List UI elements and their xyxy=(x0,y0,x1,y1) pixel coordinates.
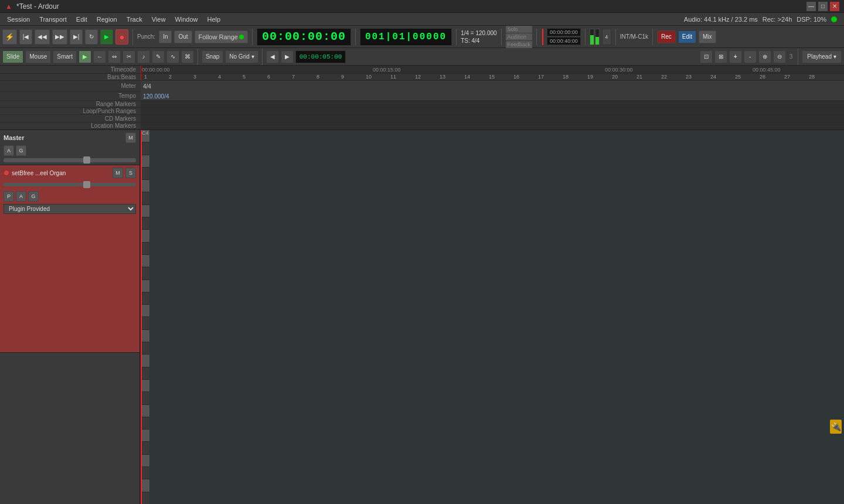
zoom-fit-selection-button[interactable]: ⊠ xyxy=(714,50,727,63)
grid-lanes[interactable] xyxy=(150,130,844,504)
master-fader-track[interactable] xyxy=(4,158,136,162)
master-fader-thumb[interactable] xyxy=(83,156,90,164)
menu-edit[interactable]: Edit xyxy=(72,15,92,24)
piano-key-12 xyxy=(141,267,149,280)
play-button[interactable]: ▶ xyxy=(100,29,113,45)
bar-22: 22 xyxy=(661,74,667,80)
track-fader-thumb[interactable] xyxy=(83,181,90,188)
monitor-feedback-label[interactable]: Feedback xyxy=(506,41,533,48)
piano-key-30 xyxy=(141,492,149,504)
bar-28: 28 xyxy=(809,74,815,80)
track-m-button[interactable]: M xyxy=(113,168,123,178)
monitor-solo-label[interactable]: Solo xyxy=(506,26,533,33)
piano-key-20 xyxy=(141,367,149,380)
draw-icon-button[interactable]: ✎ xyxy=(152,50,165,63)
punch-out-button[interactable]: Out xyxy=(174,30,192,43)
fast-forward-button[interactable]: ▶▶ xyxy=(52,29,67,45)
menu-help[interactable]: Help xyxy=(203,15,226,24)
track-g-button[interactable]: G xyxy=(28,191,39,202)
grid-button[interactable]: No Grid ▾ xyxy=(225,50,258,63)
zoom-fit-tracks-button[interactable]: ⊡ xyxy=(700,50,713,63)
edit-button[interactable]: Edit xyxy=(678,30,696,43)
zoom-collapse-button[interactable]: ⊖ xyxy=(773,50,786,63)
zoom-expand-button[interactable]: ⊕ xyxy=(758,50,771,63)
midi-panic-button[interactable]: ⚡ xyxy=(2,29,17,45)
master-m-button[interactable]: M xyxy=(125,132,136,143)
fast-forward-to-end-button[interactable]: ▶| xyxy=(70,29,83,45)
menu-region[interactable]: Region xyxy=(92,15,122,24)
track-p-button[interactable]: P xyxy=(4,191,14,202)
window-controls[interactable]: — □ ✕ xyxy=(806,2,839,11)
monitor-audition-label[interactable]: Audition xyxy=(506,33,533,40)
master-g-button[interactable]: G xyxy=(16,145,26,156)
vu-meters xyxy=(590,29,600,45)
window-title: *Test - Ardour xyxy=(16,2,59,11)
play-icon-button[interactable]: ▶ xyxy=(79,50,91,63)
bar-10: 10 xyxy=(366,74,372,80)
menu-bar-right: Audio: 44.1 kHz / 23.2 ms Rec: >24h DSP:… xyxy=(684,16,842,23)
speaker-icon-button[interactable]: ♪ xyxy=(137,50,150,63)
wave-icon-button[interactable]: ∿ xyxy=(166,50,179,63)
cut-icon-button[interactable]: ✂ xyxy=(122,50,135,63)
minimize-button[interactable]: — xyxy=(806,2,816,11)
menu-view[interactable]: View xyxy=(147,15,171,24)
rec-button[interactable]: Rec xyxy=(657,30,676,43)
int-clock-label: INT/M-C1k xyxy=(620,33,648,40)
rewind-button[interactable]: ◀◀ xyxy=(35,29,50,45)
zoom-out-button[interactable]: - xyxy=(744,50,757,63)
main-area: Timecode 00:00:00:00 00:00:15:00 00:00:3… xyxy=(0,66,844,504)
track-active-led[interactable] xyxy=(4,170,9,176)
track-header-top: setBfree ...eel Organ M S xyxy=(4,168,136,178)
loop-button[interactable]: ↻ xyxy=(85,29,98,45)
piano-key-25 xyxy=(141,430,149,442)
menu-transport[interactable]: Transport xyxy=(35,15,72,24)
c4-label: C4 xyxy=(142,130,149,136)
punch-in-button[interactable]: In xyxy=(159,30,172,43)
track-a-button[interactable]: A xyxy=(16,191,26,202)
piano-key-3 xyxy=(141,155,149,168)
smart-button[interactable]: Smart xyxy=(53,50,77,63)
rewind-to-start-button[interactable]: |◀ xyxy=(19,29,32,45)
track-s-button[interactable]: S xyxy=(125,168,136,178)
nudge-forward-button[interactable]: ▶ xyxy=(281,50,294,63)
menu-track[interactable]: Track xyxy=(122,15,147,24)
piano-key-5 xyxy=(141,180,149,192)
main-time-display[interactable]: 00:00:00:00 xyxy=(257,28,351,46)
bar-7: 7 xyxy=(292,74,295,80)
plugin-dropdown[interactable]: Plugin Provided xyxy=(4,204,136,214)
master-btn-row: A G xyxy=(4,145,136,156)
record-button[interactable]: ● xyxy=(115,29,128,45)
bar-17: 17 xyxy=(538,74,544,80)
snap-button[interactable]: Snap xyxy=(202,50,223,63)
master-a-button[interactable]: A xyxy=(4,145,14,156)
piano-key-19 xyxy=(141,355,149,367)
timecode-ruler-label: Timecode xyxy=(0,66,141,73)
bar-16: 16 xyxy=(513,74,519,80)
track-content[interactable]: C4 xyxy=(141,130,844,504)
slip-icon-button[interactable]: ⇔ xyxy=(108,50,121,63)
playhead-button[interactable]: Playhead ▾ xyxy=(802,50,842,63)
arrow-left-icon-button[interactable]: ← xyxy=(93,50,106,63)
monitor-group: Solo Audition Feedback xyxy=(506,26,533,48)
mouse-mode-button[interactable]: Mouse xyxy=(25,50,51,63)
nudge-back-button[interactable]: ◀ xyxy=(266,50,279,63)
bar-25: 25 xyxy=(735,74,741,80)
menu-session[interactable]: Session xyxy=(2,15,35,24)
mix-button[interactable]: Mix xyxy=(699,30,716,43)
tc-mark-45: 00:00:45:00 xyxy=(753,67,781,73)
maximize-button[interactable]: □ xyxy=(818,2,828,11)
bar-20: 20 xyxy=(612,74,618,80)
track-fader-track[interactable] xyxy=(4,183,136,186)
dsp-status-dot xyxy=(831,16,837,22)
meter-ruler-label: Meter xyxy=(0,81,141,91)
close-button[interactable]: ✕ xyxy=(830,2,839,11)
follow-range-button[interactable]: Follow Range xyxy=(195,30,248,43)
ruler-area: Timecode 00:00:00:00 00:00:15:00 00:00:3… xyxy=(0,66,844,130)
bar-21: 21 xyxy=(637,74,642,80)
bar-11: 11 xyxy=(390,74,396,80)
bbpos-display[interactable]: 001|01|00000 xyxy=(360,28,452,46)
lock-icon-button[interactable]: ⌘ xyxy=(181,50,194,63)
zoom-in-button[interactable]: + xyxy=(729,50,742,63)
slide-mode-button[interactable]: Slide xyxy=(2,50,23,63)
menu-window[interactable]: Window xyxy=(170,15,202,24)
